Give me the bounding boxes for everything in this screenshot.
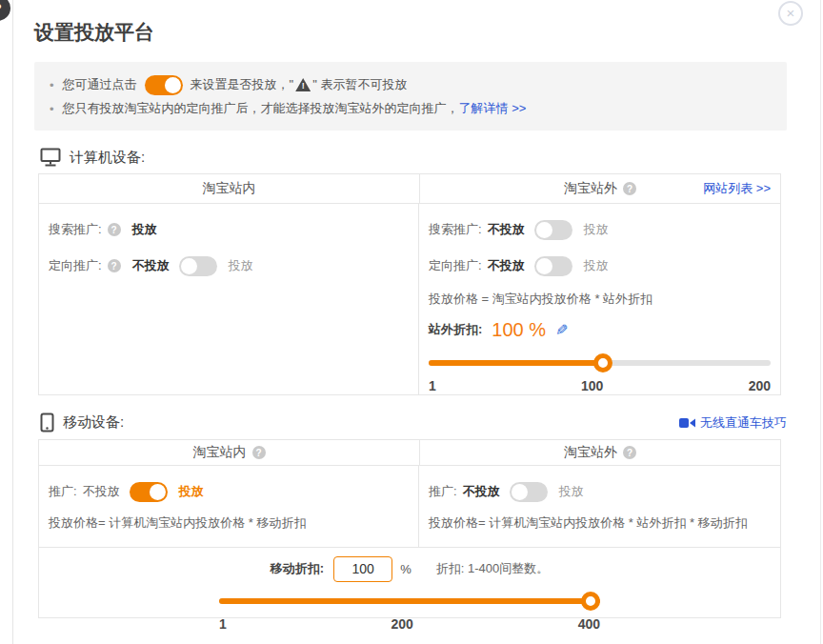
slider-max-label: 200 bbox=[749, 378, 771, 393]
header-label: 淘宝站外 bbox=[564, 444, 617, 461]
help-icon[interactable]: ? bbox=[108, 259, 121, 272]
page-title: 设置投放平台 bbox=[34, 19, 787, 46]
promo-row: 推广: 不投放 投放 bbox=[419, 473, 780, 510]
header-taobao-onsite: 淘宝站内 ? bbox=[39, 440, 420, 465]
toggle-knob bbox=[512, 484, 528, 500]
offsite-discount-slider: 1 100 200 bbox=[419, 353, 780, 393]
header-label: 淘宝站内 bbox=[193, 444, 247, 461]
mobile-onsite-cell: 推广: 不投放 投放 投放价格= 计算机淘宝站内投放价格 * 移动折扣 bbox=[39, 466, 419, 547]
notice-text: 您可通过点击 bbox=[63, 76, 137, 93]
notice-text: 您只有投放淘宝站内的定向推广后，才能选择投放淘宝站外的定向推广， bbox=[63, 100, 459, 117]
mobile-table-header: 淘宝站内 ? 淘宝站外 ? bbox=[39, 440, 780, 466]
mobile-discount-label: 移动折扣: bbox=[271, 560, 324, 577]
computer-table: 淘宝站内 淘宝站外 ? 网站列表 >> 搜索推广: ? 投放 定向推广: ? 不… bbox=[38, 173, 781, 395]
slider-mid-label: 100 bbox=[581, 378, 603, 393]
computer-section-title: 计算机设备: bbox=[70, 149, 145, 167]
header-taobao-offsite: 淘宝站外 ? bbox=[420, 440, 780, 465]
help-icon[interactable]: ? bbox=[623, 182, 636, 195]
warning-triangle-icon: ! bbox=[295, 78, 311, 91]
notice-line-2: • 您只有投放淘宝站内的定向推广后，才能选择投放淘宝站外的定向推广， 了解详情 … bbox=[50, 97, 772, 120]
slider-handle[interactable] bbox=[593, 353, 612, 372]
monitor-icon bbox=[40, 148, 61, 167]
mobile-section-head: 移动设备: 无线直通车技巧 bbox=[40, 413, 787, 433]
mobile-table: 淘宝站内 ? 淘宝站外 ? 推广: 不投放 投放 投放价格= 计算机淘宝站内投放… bbox=[38, 439, 781, 618]
computer-offsite-cell: 搜索推广: 不投放 投放 定向推广: 不投放 投放 投放价格 = 淘宝站内投放价… bbox=[419, 204, 780, 394]
toggle-knob bbox=[165, 77, 181, 93]
toggle-knob bbox=[150, 484, 166, 500]
computer-table-header: 淘宝站内 淘宝站外 ? 网站列表 >> bbox=[39, 174, 780, 204]
wireless-tips-label: 无线直通车技巧 bbox=[700, 414, 787, 432]
learn-more-link[interactable]: 了解详情 >> bbox=[459, 100, 527, 117]
close-button[interactable]: × bbox=[778, 1, 803, 26]
offsite-discount-line: 站外折扣: 100 % ✎ bbox=[419, 315, 780, 344]
mobile-table-body: 推广: 不投放 投放 投放价格= 计算机淘宝站内投放价格 * 移动折扣 推广: … bbox=[39, 466, 780, 547]
off-state-label: 不投放 bbox=[488, 221, 525, 238]
slider-min-label: 1 bbox=[219, 616, 227, 632]
row-label: 搜索推广: bbox=[429, 221, 482, 238]
slider-handle[interactable] bbox=[581, 592, 600, 611]
mobile-discount-slider: 1 200 400 bbox=[210, 592, 610, 632]
search-promo-value: 投放 bbox=[132, 221, 157, 238]
header-taobao-onsite: 淘宝站内 bbox=[39, 174, 420, 203]
search-promo-row: 搜索推广: 不投放 投放 bbox=[419, 211, 780, 248]
notice-text: 来设置是否投放，" bbox=[191, 76, 294, 93]
mobile-discount-input[interactable] bbox=[333, 556, 392, 582]
slider-fill bbox=[219, 598, 600, 604]
target-promo-row: 定向推广: 不投放 投放 bbox=[419, 248, 780, 284]
bullet-icon: • bbox=[50, 78, 54, 92]
discount-label: 站外折扣: bbox=[429, 321, 482, 338]
promo-row: 推广: 不投放 投放 bbox=[39, 473, 418, 510]
offsite-target-toggle[interactable] bbox=[534, 256, 572, 276]
help-icon[interactable]: ? bbox=[252, 446, 266, 459]
row-label: 定向推广: bbox=[429, 257, 482, 274]
target-promo-toggle[interactable] bbox=[179, 256, 217, 276]
slider-labels: 1 200 400 bbox=[219, 616, 600, 632]
slider-fill bbox=[429, 360, 603, 366]
row-label: 搜索推广: bbox=[49, 221, 102, 238]
phone-icon bbox=[40, 413, 54, 433]
bullet-icon: • bbox=[50, 102, 54, 116]
computer-table-body: 搜索推广: ? 投放 定向推广: ? 不投放 投放 搜索推广: 不投放 投放 bbox=[39, 204, 780, 394]
discount-value: 100 % bbox=[492, 319, 546, 341]
notice-box: • 您可通过点击 来设置是否投放，" ! " 表示暂不可投放 • 您只有投放淘宝… bbox=[34, 62, 787, 131]
mobile-offsite-price-formula: 投放价格= 计算机淘宝站内投放价格 * 站外折扣 * 移动折扣 bbox=[419, 513, 780, 533]
off-state-label: 不投放 bbox=[83, 483, 120, 500]
header-label: 淘宝站内 bbox=[203, 180, 256, 197]
computer-section-head: 计算机设备: bbox=[40, 148, 787, 167]
edit-pencil-icon[interactable]: ✎ bbox=[555, 321, 568, 339]
toggle-knob bbox=[181, 258, 197, 274]
mobile-discount-section: 移动折扣: % 折扣: 1-400间整数。 1 200 400 bbox=[39, 547, 780, 617]
toggle-knob bbox=[536, 258, 552, 274]
row-label: 定向推广: bbox=[49, 257, 102, 274]
mobile-offsite-cell: 推广: 不投放 投放 投放价格= 计算机淘宝站内投放价格 * 站外折扣 * 移动… bbox=[419, 466, 780, 547]
site-list-link[interactable]: 网站列表 >> bbox=[703, 180, 771, 197]
off-state-label: 不投放 bbox=[132, 257, 170, 274]
toggle-knob bbox=[536, 222, 552, 238]
slider-mid-label: 200 bbox=[391, 616, 413, 632]
offsite-price-formula: 投放价格 = 淘宝站内投放价格 * 站外折扣 bbox=[419, 289, 780, 310]
target-promo-row: 定向推广: ? 不投放 投放 bbox=[39, 248, 418, 284]
discount-range-hint: 折扣: 1-400间整数。 bbox=[436, 560, 549, 577]
help-icon[interactable]: ? bbox=[108, 223, 121, 236]
mobile-offsite-toggle[interactable] bbox=[510, 482, 548, 502]
slider-min-label: 1 bbox=[429, 378, 436, 393]
mobile-onsite-toggle[interactable] bbox=[130, 482, 168, 502]
row-label: 推广: bbox=[429, 483, 457, 500]
offsite-search-toggle[interactable] bbox=[534, 220, 572, 240]
on-state-label: 投放 bbox=[179, 483, 204, 500]
row-label: 推广: bbox=[49, 483, 77, 500]
on-state-label: 投放 bbox=[229, 257, 253, 274]
help-icon[interactable]: ? bbox=[623, 446, 636, 459]
slider-max-label: 400 bbox=[578, 616, 600, 632]
on-state-label: 投放 bbox=[584, 257, 609, 274]
header-label: 淘宝站外 bbox=[564, 180, 617, 197]
demo-toggle[interactable] bbox=[145, 75, 183, 95]
on-state-label: 投放 bbox=[559, 483, 584, 500]
mobile-onsite-price-formula: 投放价格= 计算机淘宝站内投放价格 * 移动折扣 bbox=[39, 513, 418, 533]
off-state-label: 不投放 bbox=[463, 483, 500, 500]
header-taobao-offsite: 淘宝站外 ? 网站列表 >> bbox=[420, 174, 780, 203]
slider-labels: 1 100 200 bbox=[429, 378, 771, 393]
notice-line-1: • 您可通过点击 来设置是否投放，" ! " 表示暂不可投放 bbox=[50, 72, 772, 97]
wireless-tips-link[interactable]: 无线直通车技巧 bbox=[679, 414, 787, 432]
video-camera-icon bbox=[679, 417, 695, 429]
